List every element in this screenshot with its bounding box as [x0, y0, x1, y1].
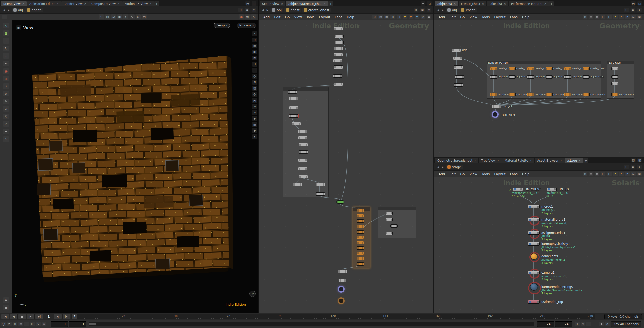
collapse-network-icon[interactable]: ⊟ [607, 172, 612, 176]
pane-tab-list-icon[interactable]: ▤ [245, 1, 250, 6]
play-start-field[interactable]: 1 [69, 321, 86, 327]
network-node[interactable] [454, 83, 463, 87]
network-box[interactable] [378, 207, 416, 238]
lop-node[interactable]: karmaphysicalsky1 /lights/karmaphysicals… [528, 242, 540, 246]
current-frame[interactable]: 1 [44, 315, 53, 319]
pane-tab[interactable]: Render View × [61, 1, 89, 6]
pane-tab[interactable]: Motion FX View × [122, 1, 154, 6]
lop-node[interactable]: assignmaterial1 /IN_BG 3 Layers [528, 231, 540, 235]
lop-node-body[interactable] [528, 271, 540, 274]
lop-node[interactable]: merge1 /IN_BG (2) 2 Layers [528, 205, 540, 208]
rotate-tool-icon[interactable]: ↻ [3, 46, 9, 51]
menu-item[interactable]: Labs [332, 15, 344, 19]
pane-tab[interactable]: Scene View × [1, 1, 27, 6]
tab-close-icon[interactable]: × [22, 2, 24, 5]
network-node[interactable] [453, 57, 462, 60]
grid-view-icon[interactable]: ▦ [384, 15, 389, 19]
nav-back-icon[interactable]: ◀ [261, 9, 265, 11]
expand-network-icon[interactable]: ⊞ [601, 15, 605, 19]
pose-tool-icon[interactable]: ⌖ [3, 83, 9, 89]
lop-node[interactable]: karmarendersettings /Render/Products/ren… [528, 285, 540, 289]
play-button[interactable]: ▶ [27, 314, 35, 319]
anim-options-icon[interactable]: ▤ [18, 322, 23, 326]
network-node[interactable]: create_chest [509, 67, 516, 70]
flag-template-icon[interactable]: ⚑ [613, 15, 618, 19]
tool-options-icon[interactable]: ≣ [3, 129, 9, 134]
new-tab-button[interactable]: + [583, 158, 588, 163]
mirror-tool-icon[interactable]: ◇ [3, 121, 9, 127]
tab-close-icon[interactable]: × [281, 2, 283, 5]
nav-forward-icon[interactable]: ▶ [441, 9, 445, 11]
network-node[interactable]: create_chest [527, 67, 534, 70]
network-node[interactable] [316, 192, 325, 196]
network-node[interactable] [357, 262, 364, 266]
network-node[interactable] [455, 75, 464, 79]
camera-menu[interactable]: No cam▾ [237, 23, 256, 28]
lop-node-body[interactable] [528, 218, 540, 221]
group-list-icon[interactable]: ▤ [252, 86, 257, 91]
lop-node-body[interactable] [531, 253, 537, 260]
network-node[interactable] [390, 224, 398, 228]
linked-view-icon[interactable]: ▣ [631, 165, 635, 169]
grid-view-icon[interactable]: ▦ [595, 15, 599, 19]
flag-render-icon[interactable]: ⚑ [619, 15, 624, 19]
network-search-icon[interactable]: ◎ [421, 15, 425, 19]
range-slider-handle[interactable] [89, 323, 96, 325]
network-node[interactable]: create_chest [546, 67, 553, 70]
pane-tab[interactable]: create_chest × [459, 1, 486, 6]
perspective-menu[interactable]: Persp▾ [214, 23, 230, 28]
network-node[interactable] [611, 82, 618, 85]
pane-tab[interactable]: /obj/chest × [435, 1, 458, 6]
network-node[interactable]: create_chest [564, 67, 571, 70]
menu-item[interactable]: Edit [447, 15, 458, 19]
network-node[interactable]: copytopoints [527, 93, 534, 96]
network-node[interactable] [611, 75, 618, 79]
pin-pane-icon[interactable]: ⊙ [414, 8, 418, 12]
home-view-icon[interactable]: ⌂ [251, 14, 256, 19]
visualizers-icon[interactable]: ≡ [252, 68, 257, 73]
network-node[interactable] [611, 67, 618, 70]
playback-range-slider[interactable] [89, 322, 534, 326]
network-node[interactable] [334, 27, 343, 30]
lop-node-body[interactable] [528, 205, 540, 208]
lop-node[interactable]: camera1 /cameras/camera1 3 Layers [528, 271, 540, 274]
network-node[interactable] [386, 212, 393, 215]
flag-render-icon[interactable]: ⚑ [409, 15, 413, 19]
menu-item[interactable]: Go [283, 15, 292, 19]
network-node[interactable] [298, 159, 307, 162]
network-node[interactable] [339, 279, 346, 282]
network-node[interactable] [338, 270, 347, 273]
network-node[interactable] [298, 136, 307, 139]
key-all-channels-button[interactable]: Key All Channels [611, 321, 641, 327]
draw-curve-icon[interactable]: ✎ [3, 99, 9, 104]
lop-node-body[interactable] [528, 231, 540, 235]
jump-start-button[interactable]: |◀ [1, 314, 9, 319]
menu-item[interactable]: Layout [317, 15, 332, 19]
display-options-icon[interactable]: ✱ [3, 297, 9, 303]
network-node[interactable]: copytopoints [509, 93, 516, 96]
network-node[interactable] [357, 209, 364, 212]
pane-tab[interactable]: /stage × [565, 158, 583, 163]
nav-forward-icon[interactable]: ▶ [266, 9, 269, 11]
network-search-icon[interactable]: ◎ [631, 15, 636, 19]
network-node[interactable] [386, 218, 393, 221]
menu-item[interactable]: Edit [272, 15, 283, 19]
nav-back-icon[interactable]: ◀ [436, 9, 440, 11]
pane-tab[interactable]: Performance Monitor × [509, 1, 549, 6]
new-tab-button[interactable]: + [549, 1, 554, 6]
path-menu-icon[interactable]: ▾ [637, 165, 642, 169]
network-node[interactable]: copytopoints [583, 93, 590, 96]
network-node[interactable]: OUT_GEO [492, 111, 499, 118]
grid-snap-icon[interactable]: ▤ [142, 14, 147, 19]
pane-tab[interactable]: Animation Editor × [27, 1, 61, 6]
sculpt-tool-icon[interactable]: ◉ [3, 76, 9, 81]
pane-float-icon[interactable]: ◱ [252, 1, 256, 6]
tab-close-icon[interactable]: × [149, 2, 152, 5]
display-prims-icon[interactable]: ▩ [252, 122, 257, 127]
menu-item[interactable]: Tools [479, 172, 492, 176]
network-box[interactable] [283, 87, 329, 197]
lop-node-body[interactable] [513, 188, 523, 191]
tab-close-icon[interactable]: × [530, 159, 532, 162]
handles-tool-icon[interactable]: ≋ [3, 61, 9, 66]
next-frame-button[interactable]: |▶ [62, 314, 70, 319]
